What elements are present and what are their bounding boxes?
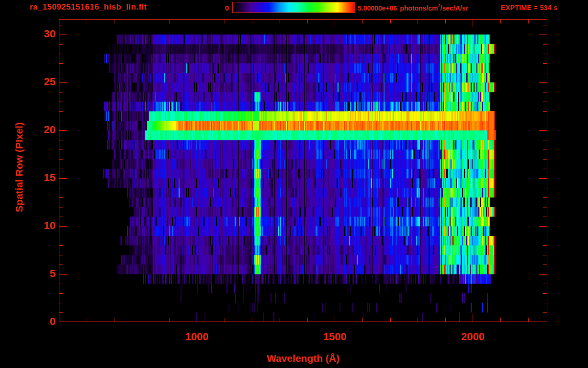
exptime-label: EXPTIME = 534 s [501, 4, 557, 12]
colorbar-max-label: 5.00000e+06photons/cm2/sec/A/sr [358, 4, 468, 12]
y-tick-label: 0 [27, 315, 56, 328]
y-tick-label: 10 [27, 219, 56, 232]
y-tick-label: 25 [27, 76, 56, 88]
y-tick-label: 20 [27, 124, 56, 136]
flux-units-sup: 2 [438, 3, 440, 8]
flux-units-pre: photons/cm [400, 4, 438, 12]
y-axis-title: Spatial Row (PIxel) [13, 122, 25, 212]
file-title: ra_150925151616_hisb_lin.fit [30, 2, 147, 12]
quicklook-viewer: ra_150925151616_hisb_lin.fit 0 5.00000e+… [0, 0, 588, 368]
flux-max-value: 5.00000e+06 [358, 4, 397, 12]
y-tick-label: 15 [27, 172, 56, 184]
colorbar [232, 2, 355, 13]
y-tick-label: 5 [27, 267, 56, 280]
colorbar-min-label: 0 [216, 4, 229, 12]
spectrogram-image [59, 19, 547, 322]
x-axis-title: Wavelength (Å) [59, 353, 547, 364]
x-tick-label: 1000 [185, 331, 209, 343]
flux-units-post: /sec/A/sr [441, 4, 468, 12]
y-tick-label: 30 [27, 28, 56, 40]
x-tick-label: 1500 [323, 331, 347, 343]
x-tick-label: 2000 [461, 331, 485, 343]
